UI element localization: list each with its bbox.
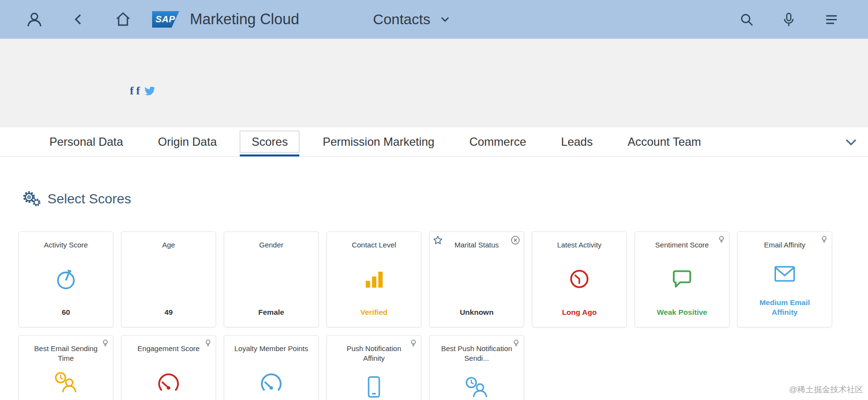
tab-label: Permission Marketing — [323, 135, 434, 149]
score-card-value: Medium Email Affinity — [751, 298, 818, 317]
back-icon[interactable] — [72, 12, 86, 27]
score-card-title: Push Notification Affinity — [337, 344, 411, 363]
score-card-value: 49 — [164, 308, 172, 317]
person-clock-icon — [464, 363, 490, 400]
tab-strip: Personal DataOrigin DataScoresPermission… — [0, 127, 868, 157]
hint-bulb-icon[interactable] — [717, 235, 726, 244]
score-card-value: Unknown — [460, 308, 494, 317]
chevron-down-icon — [438, 13, 451, 26]
score-card-value: Female — [258, 308, 284, 317]
score-card-title: Contact Level — [352, 240, 396, 250]
header-right — [739, 0, 840, 39]
score-card-marital-status[interactable]: Marital StatusUnknown — [429, 231, 524, 327]
score-card-best-push-notification-sendi[interactable]: Best Push Notification Sendi...No Valuat… — [429, 335, 524, 400]
score-card-title: Loyalty Member Points — [234, 344, 309, 354]
score-card-grid: Activity Score60Age49GenderFemaleContact… — [18, 231, 868, 400]
score-card-value: 60 — [62, 308, 70, 317]
score-card-title: Engagement Score — [138, 344, 200, 354]
tab-label: Scores — [251, 135, 288, 149]
score-card-activity-score[interactable]: Activity Score60 — [18, 231, 113, 327]
section-title: Select Scores — [47, 191, 131, 207]
facebook-icon[interactable]: f — [130, 85, 134, 96]
score-card-age[interactable]: Age49 — [121, 231, 216, 327]
score-card-title: Sentiment Score — [655, 240, 709, 250]
dial-icon — [156, 354, 181, 400]
score-card-value: Long Ago — [562, 308, 597, 317]
favorite-star-icon[interactable] — [433, 235, 443, 245]
tab-personal-data[interactable]: Personal Data — [32, 127, 140, 156]
contact-summary-band: f f — [0, 39, 868, 127]
tab-permission-marketing[interactable]: Permission Marketing — [305, 127, 452, 156]
score-card-title: Activity Score — [44, 240, 88, 250]
person-clock-icon — [53, 363, 79, 400]
header-left: SAP Marketing Cloud — [0, 0, 299, 39]
score-card-title: Gender — [259, 240, 283, 250]
remove-icon[interactable] — [511, 235, 520, 245]
bars-icon — [361, 250, 387, 308]
social-links: f f — [130, 85, 155, 96]
tab-label: Account Team — [628, 135, 701, 149]
tab-commerce[interactable]: Commerce — [452, 127, 543, 156]
score-card-email-affinity[interactable]: Email AffinityMedium Email Affinity — [737, 231, 832, 327]
score-card-title: Best Push Notification Sendi... — [439, 344, 514, 363]
hint-bulb-icon[interactable] — [512, 339, 520, 347]
watermark: @稀土掘金技术社区 — [789, 384, 863, 395]
score-card-title: Latest Activity — [557, 240, 602, 250]
tab-label: Commerce — [469, 135, 526, 149]
score-card-latest-activity[interactable]: Latest ActivityLong Ago — [532, 231, 627, 327]
twitter-icon[interactable] — [142, 85, 155, 96]
microphone-icon[interactable] — [781, 12, 797, 28]
score-card-title: Best Email Sending Time — [29, 344, 103, 363]
context-switcher[interactable]: Contacts — [373, 0, 451, 39]
context-title: Contacts — [373, 11, 430, 28]
score-card-title: Marital Status — [454, 240, 499, 250]
score-card-best-email-sending-time[interactable]: Best Email Sending TimeMorning: 6 am - 1… — [18, 335, 113, 400]
score-card-sentiment-score[interactable]: Sentiment ScoreWeak Positive — [635, 231, 729, 327]
bubble-icon — [669, 250, 695, 308]
score-card-contact-level[interactable]: Contact LevelVerified — [326, 231, 421, 327]
score-card-title: Age — [162, 240, 175, 250]
search-icon[interactable] — [739, 12, 755, 28]
hint-bulb-icon[interactable] — [820, 235, 828, 244]
home-icon[interactable] — [114, 11, 132, 28]
tab-leads[interactable]: Leads — [543, 127, 610, 156]
tab-account-team[interactable]: Account Team — [610, 127, 719, 156]
section-head: Select Scores — [22, 180, 868, 218]
menu-icon[interactable] — [823, 11, 840, 28]
dial-icon — [259, 354, 284, 400]
score-card-value: Weak Positive — [657, 308, 707, 317]
clock-icon — [567, 250, 592, 308]
score-card-push-notification-affinity[interactable]: Push Notification AffinityNo Valuation — [326, 335, 421, 400]
envelope-icon — [772, 250, 798, 298]
tab-label: Leads — [561, 135, 592, 149]
hint-bulb-icon[interactable] — [409, 339, 418, 347]
score-card-engagement-score[interactable]: Engagement Score0 — [121, 335, 216, 400]
hint-bulb-icon[interactable] — [101, 339, 109, 347]
score-card-value: Verified — [360, 308, 388, 317]
score-card-loyalty-member-points[interactable]: Loyalty Member Points0 — [224, 335, 319, 400]
tabs-overflow-chevron-icon[interactable] — [843, 127, 859, 156]
sap-logo-text: SAP — [155, 14, 175, 25]
tab-origin-data[interactable]: Origin Data — [140, 127, 234, 156]
sap-logo: SAP — [152, 11, 179, 28]
tab-label: Origin Data — [158, 135, 217, 149]
gauge-icon — [53, 250, 78, 308]
tab-label: Personal Data — [49, 135, 123, 149]
facebook-icon[interactable]: f — [136, 85, 140, 96]
phone-icon — [361, 363, 387, 400]
app-title: Marketing Cloud — [190, 11, 299, 28]
tab-scores[interactable]: Scores — [234, 127, 305, 156]
score-card-gender[interactable]: GenderFemale — [224, 231, 319, 327]
user-profile-icon[interactable] — [25, 10, 44, 29]
hint-bulb-icon[interactable] — [204, 339, 212, 347]
gears-icon — [22, 189, 41, 209]
score-card-title: Email Affinity — [764, 240, 806, 250]
scores-panel: Select Scores Activity Score60Age49Gende… — [0, 180, 868, 400]
shell-header: SAP Marketing Cloud Contacts — [0, 0, 868, 39]
